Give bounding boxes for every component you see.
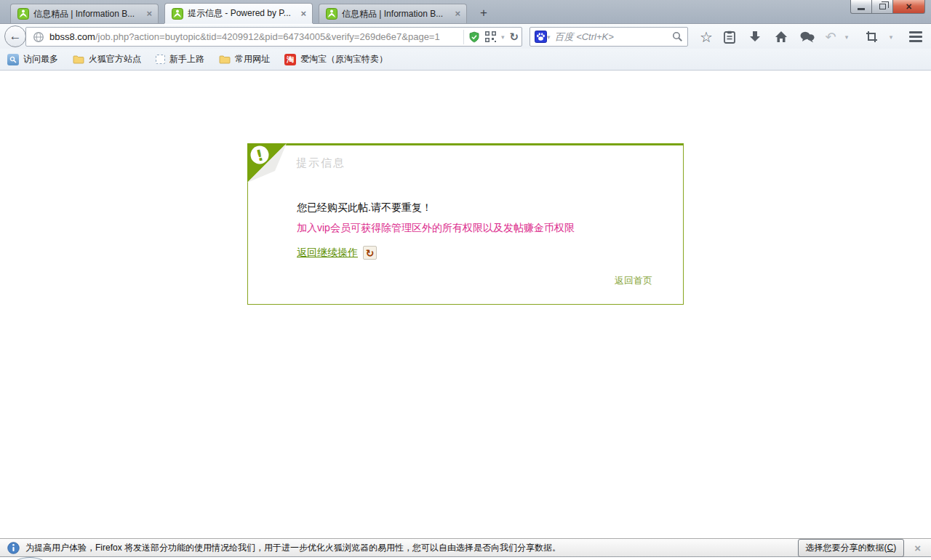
bookmark-dropdown-icon[interactable]: ▾ <box>501 33 505 41</box>
alert-corner-icon: ! <box>247 143 288 184</box>
reload-icon[interactable]: ↻ <box>509 31 519 44</box>
bookmark-folder-common-sites[interactable]: 常用网址 <box>219 53 270 65</box>
bookmark-label: 新手上路 <box>169 53 204 65</box>
partial-popup-edge <box>12 557 47 560</box>
url-text[interactable]: bbss8.com/job.php?action=buytopic&tid=42… <box>49 31 463 42</box>
minimize-icon <box>858 8 865 10</box>
hamburger-icon <box>909 31 922 42</box>
bookmarks-menu-button[interactable] <box>717 28 742 47</box>
crop-icon <box>866 31 878 43</box>
browser-window: 信息精品 | Information B... × 提示信息 - Powered… <box>0 0 931 560</box>
navigation-toolbar: ← bbss8.com/job.php?action=buytopic&tid=… <box>0 25 931 49</box>
bookmark-label: 常用网址 <box>235 53 270 65</box>
bookmark-label: 访问最多 <box>23 53 58 65</box>
bookmark-star-button[interactable]: ☆ <box>695 28 717 47</box>
tab-close-icon[interactable]: × <box>146 9 152 19</box>
tab-close-icon[interactable]: × <box>300 9 306 19</box>
maximize-icon <box>879 4 886 9</box>
choose-data-button[interactable]: 选择您要分享的数据(C) <box>798 539 905 557</box>
notification-actions: 选择您要分享的数据(C) × <box>798 539 924 557</box>
bookmark-label: 火狐官方站点 <box>89 53 141 65</box>
maximize-button[interactable] <box>872 0 892 14</box>
tab-1[interactable]: 信息精品 | Information B... × <box>10 4 159 23</box>
bookmark-aitaobao[interactable]: 淘 爱淘宝（原淘宝特卖） <box>284 53 388 65</box>
telemetry-notification-bar: 为提高用户体验，Firefox 将发送部分功能的使用情况给我们，用于进一步优化火… <box>0 538 931 557</box>
tab-title: 信息精品 | Information B... <box>33 8 142 20</box>
undo-icon: ↶ <box>825 31 836 44</box>
notification-close-icon[interactable]: × <box>914 543 921 553</box>
toolbar-buttons: ☆ ↶ ▾ ▾ <box>695 27 928 47</box>
menu-button[interactable] <box>903 28 928 47</box>
bookmark-most-visited[interactable]: 访问最多 <box>7 53 58 65</box>
undo-button[interactable]: ↶ <box>820 28 841 47</box>
url-path: /job.php?action=buytopic&tid=4209912&pid… <box>95 31 440 42</box>
message-title: 提示信息 <box>296 156 345 170</box>
message-actions: 返回继续操作 ↻ <box>297 246 377 260</box>
info-icon <box>7 542 20 554</box>
tab-close-icon[interactable]: × <box>455 9 460 19</box>
address-bar[interactable]: bbss8.com/job.php?action=buytopic&tid=42… <box>25 27 522 47</box>
globe-icon <box>33 31 44 43</box>
home-icon <box>775 31 788 43</box>
message-line-vip-promo: 加入vip会员可获得除管理区外的所有权限以及发帖赚金币权限 <box>297 222 575 235</box>
window-controls: × <box>850 0 925 14</box>
minimize-button[interactable] <box>850 0 872 14</box>
tab-2-active[interactable]: 提示信息 - Powered by P... × <box>164 3 313 23</box>
chat-button[interactable] <box>794 28 820 47</box>
address-bar-icons: ▾ ↻ <box>463 30 519 44</box>
close-button[interactable]: × <box>892 0 925 14</box>
message-line-primary: 您已经购买此帖.请不要重复！ <box>297 201 432 215</box>
screenshot-button[interactable] <box>858 28 884 47</box>
home-button[interactable] <box>768 28 794 47</box>
chevron-down-icon: ▾ <box>890 33 893 41</box>
downloads-button[interactable] <box>742 28 768 47</box>
search-magnifier-icon[interactable] <box>672 31 683 42</box>
screenshot-dropdown-button[interactable]: ▾ <box>884 28 898 47</box>
continue-link[interactable]: 返回继续操作 <box>297 247 358 260</box>
refresh-button[interactable]: ↻ <box>363 246 377 260</box>
qr-code-icon[interactable] <box>485 31 496 42</box>
dashed-placeholder-icon <box>156 55 165 64</box>
chat-bubbles-icon <box>800 31 815 43</box>
bookmarks-toolbar: 访问最多 火狐官方站点 新手上路 常用网址 淘 爱淘宝（原淘宝特卖） <box>0 49 931 71</box>
most-visited-icon <box>7 54 19 65</box>
message-box: ! 提示信息 您已经购买此帖.请不要重复！ 加入vip会员可获得除管理区外的所有… <box>247 143 684 305</box>
new-tab-button[interactable]: + <box>474 5 493 21</box>
search-input[interactable]: 百度 <Ctrl+K> <box>555 31 672 44</box>
url-domain: bbss8.com <box>49 31 95 42</box>
return-home-link[interactable]: 返回首页 <box>615 274 652 287</box>
security-shield-icon[interactable] <box>468 31 480 43</box>
close-icon: × <box>906 1 911 12</box>
baidu-engine-icon[interactable] <box>535 31 547 43</box>
site-favicon-icon <box>326 8 337 20</box>
titlebar: 信息精品 | Information B... × 提示信息 - Powered… <box>0 0 931 24</box>
folder-icon <box>73 55 84 64</box>
clipboard-icon <box>723 31 736 44</box>
site-favicon-icon <box>172 8 183 20</box>
tab-title: 信息精品 | Information B... <box>342 8 450 20</box>
back-arrow-icon: ← <box>9 30 22 42</box>
taobao-icon: 淘 <box>284 54 296 65</box>
chevron-down-icon: ▾ <box>845 33 849 41</box>
bookmark-folder-firefox[interactable]: 火狐官方站点 <box>73 53 141 65</box>
page-content: ! 提示信息 您已经购买此帖.请不要重复！ 加入vip会员可获得除管理区外的所有… <box>0 71 931 538</box>
undo-dropdown-button[interactable]: ▾ <box>841 28 852 47</box>
tab-3[interactable]: 信息精品 | Information B... × <box>319 4 467 23</box>
bookmark-label: 爱淘宝（原淘宝特卖） <box>300 53 388 65</box>
refresh-icon: ↻ <box>366 248 375 258</box>
star-icon: ☆ <box>700 30 713 44</box>
folder-icon <box>219 55 231 64</box>
back-button[interactable]: ← <box>4 25 26 47</box>
tab-title: 提示信息 - Powered by P... <box>188 7 296 20</box>
search-bar[interactable]: ▾ 百度 <Ctrl+K> <box>530 27 688 47</box>
notification-message: 为提高用户体验，Firefox 将发送部分功能的使用情况给我们，用于进一步优化火… <box>25 542 561 554</box>
bookmark-getting-started[interactable]: 新手上路 <box>156 53 204 65</box>
site-favicon-icon <box>17 8 29 20</box>
search-engine-dropdown-icon[interactable]: ▾ <box>547 33 551 41</box>
download-arrow-icon <box>749 31 761 43</box>
